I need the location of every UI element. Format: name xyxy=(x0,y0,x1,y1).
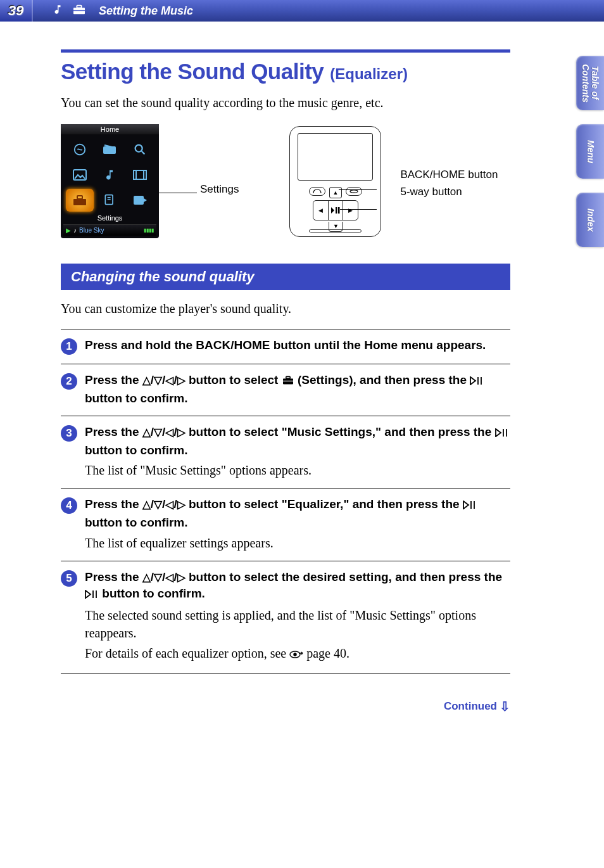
toolbox-icon xyxy=(282,373,294,390)
step-number: 5 xyxy=(61,570,77,587)
selected-label: Settings xyxy=(61,214,159,222)
five-way-button-icon: ◀ ▶ xyxy=(313,200,358,220)
left-triangle-icon: ◁ xyxy=(165,571,173,584)
callout-line xyxy=(340,209,377,210)
grid-shuffle-icon xyxy=(66,138,94,161)
left-triangle-icon: ◁ xyxy=(165,374,173,386)
side-tab-label: Table of Contents xyxy=(581,64,600,103)
callout-line xyxy=(159,193,197,193)
grid-playlist-icon xyxy=(96,189,124,212)
callout-five-way: 5-way button xyxy=(400,186,498,198)
grid-radio-icon xyxy=(96,138,124,161)
up-button-icon: ▲ xyxy=(329,187,342,198)
down-triangle-icon: ▽ xyxy=(154,571,162,584)
step-1: 1 Press and hold the BACK/HOME button un… xyxy=(61,329,510,364)
device-inner-screen xyxy=(298,133,373,181)
svg-rect-2 xyxy=(73,10,85,11)
grid-search-icon xyxy=(126,138,154,161)
step-result: The list of equalizer settings appears. xyxy=(85,534,510,552)
step-number: 4 xyxy=(61,497,77,514)
figure-row: Home Settings ▶ ♪ Blue Sky xyxy=(61,124,510,238)
step-instruction: Press the △/▽/◁/▷ button to select "Equa… xyxy=(85,496,510,531)
step-3: 3 Press the △/▽/◁/▷ button to select "Mu… xyxy=(61,416,510,488)
svg-rect-22 xyxy=(286,376,289,378)
back-home-button-icon xyxy=(309,187,325,196)
right-triangle-icon: ▷ xyxy=(177,426,186,438)
step-number: 1 xyxy=(61,338,77,355)
play-pause-icon xyxy=(85,587,99,604)
up-triangle-icon: △ xyxy=(142,374,151,386)
step-instruction: Press the △/▽/◁/▷ button to select "Musi… xyxy=(85,424,510,459)
grid-music-icon xyxy=(96,163,124,186)
side-tab-contents[interactable]: Table of Contents xyxy=(576,56,604,110)
grid-photo-icon xyxy=(66,163,94,186)
section-heading: Changing the sound quality xyxy=(61,264,510,290)
svg-rect-1 xyxy=(77,6,81,8)
step-2: 2 Press the △/▽/◁/▷ button to select (Se… xyxy=(61,364,510,416)
step-4: 4 Press the △/▽/◁/▷ button to select "Eq… xyxy=(61,488,510,561)
right-triangle-icon: ▷ xyxy=(177,571,186,584)
svg-rect-12 xyxy=(73,199,86,205)
callout-settings: Settings xyxy=(200,183,239,196)
side-tabs: Table of Contents Menu Index xyxy=(576,56,604,247)
step-result: The selected sound setting is applied, a… xyxy=(85,606,510,642)
play-pause-icon xyxy=(463,497,477,514)
page-number: 39 xyxy=(8,3,23,19)
side-tab-index[interactable]: Index xyxy=(576,193,604,247)
header-icons xyxy=(52,4,86,18)
now-playing-bar: ▶ ♪ Blue Sky ▮▮▮▮ xyxy=(63,224,156,236)
left-triangle-icon: ◁ xyxy=(165,426,173,438)
left-triangle-icon: ◁ xyxy=(165,499,173,511)
step-result: The list of "Music Settings" options app… xyxy=(85,461,510,479)
title-sub: (Equalizer) xyxy=(330,65,408,82)
now-playing-title: Blue Sky xyxy=(79,227,104,234)
grid-settings-icon xyxy=(66,189,94,212)
step-number: 2 xyxy=(61,373,77,390)
play-pause-icon xyxy=(470,373,484,390)
grid-nowplaying-icon xyxy=(126,189,154,212)
option-button-icon xyxy=(346,187,362,196)
side-tab-menu[interactable]: Menu xyxy=(576,124,604,179)
down-button-icon: ▼ xyxy=(329,222,343,232)
svg-rect-17 xyxy=(134,196,144,205)
home-icon-grid xyxy=(61,134,159,213)
callout-line xyxy=(339,189,377,190)
svg-line-7 xyxy=(142,151,145,155)
device-diagram: ▲ ◀ ▶ ▼ xyxy=(289,126,381,237)
callout-back-home: BACK/HOME button xyxy=(400,169,498,181)
step-result-2: For details of each equalizer option, se… xyxy=(85,644,510,664)
page-title: Setting the Sound Quality (Equalizer) xyxy=(61,49,510,84)
title-main: Setting the Sound Quality xyxy=(61,59,324,84)
up-triangle-icon: △ xyxy=(142,499,151,511)
steps-list: 1 Press and hold the BACK/HOME button un… xyxy=(61,329,510,673)
svg-rect-20 xyxy=(338,207,340,214)
play-pause-icon xyxy=(495,425,509,442)
main-content: Setting the Sound Quality (Equalizer) Yo… xyxy=(61,49,510,714)
page-ref-icon xyxy=(289,646,303,664)
toolbox-icon xyxy=(72,4,86,18)
right-triangle-icon: ▷ xyxy=(177,499,186,511)
up-triangle-icon: △ xyxy=(142,426,151,438)
breadcrumb: Setting the Music xyxy=(99,4,193,18)
continued-indicator: Continued⇩ xyxy=(61,699,510,714)
svg-point-6 xyxy=(135,145,142,152)
right-triangle-icon: ▷ xyxy=(177,374,186,386)
step-instruction: Press the △/▽/◁/▷ button to select (Sett… xyxy=(85,372,510,407)
svg-rect-13 xyxy=(77,196,82,199)
down-triangle-icon: ▽ xyxy=(154,374,162,386)
down-triangle-icon: ▽ xyxy=(154,426,162,438)
music-note-icon xyxy=(52,4,63,18)
svg-rect-19 xyxy=(336,207,337,214)
page-header: 39 Setting the Music xyxy=(0,0,604,22)
side-tab-label: Menu xyxy=(585,140,595,163)
step-5: 5 Press the △/▽/◁/▷ button to select the… xyxy=(61,561,510,673)
down-arrow-icon: ⇩ xyxy=(500,699,510,714)
grid-video-icon xyxy=(126,163,154,186)
page-number-box: 39 xyxy=(0,0,33,22)
top-controls: ▲ xyxy=(290,187,381,198)
intro-text: You can set the sound quality according … xyxy=(61,96,510,110)
step-instruction: Press the △/▽/◁/▷ button to select the d… xyxy=(85,569,510,604)
step-instruction: Press and hold the BACK/HOME button unti… xyxy=(85,337,510,354)
svg-point-18 xyxy=(350,189,358,192)
screen-title: Home xyxy=(61,124,159,134)
